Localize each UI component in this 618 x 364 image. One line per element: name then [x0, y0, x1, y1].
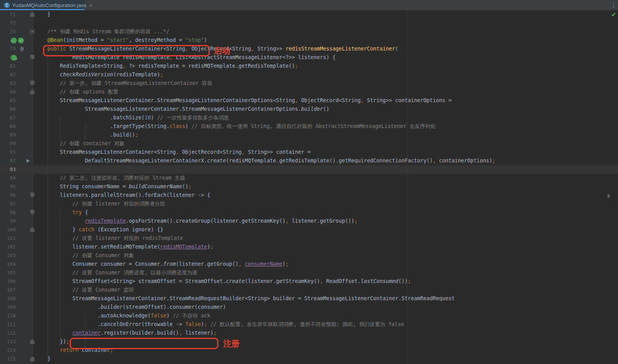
fold-expand-icon[interactable]: + — [30, 29, 34, 34]
code-line[interactable]: 96 listeners.parallelStream().forEach(li… — [0, 191, 618, 200]
code-line[interactable]: 72 — [0, 19, 618, 27]
code-line[interactable]: 105 // 设置 Consumer 消费进度, 以最小消费进度为准 — [0, 268, 618, 277]
fold-marker-icon[interactable] — [30, 227, 34, 232]
gutter-icons: @ — [11, 45, 23, 53]
code-line[interactable]: 115 } — [0, 355, 618, 363]
line-number[interactable]: 73 — [0, 27, 16, 36]
line-number[interactable]: 95 — [0, 182, 16, 191]
code-line[interactable]: 87 .batchSize(10) // 一次性最多拉取多少条消息 — [0, 114, 618, 122]
line-number[interactable]: 84 — [0, 88, 16, 96]
line-number[interactable]: 85 — [0, 96, 16, 105]
line-number[interactable]: 96 — [0, 191, 16, 200]
line-number[interactable]: 105 — [0, 268, 16, 277]
code-line[interactable]: 86 StreamMessageListenerContainer.Stream… — [0, 105, 618, 114]
code-line[interactable]: 84 // 创建 options 配置 — [0, 88, 618, 96]
line-number[interactable]: 86 — [0, 105, 16, 114]
code-line[interactable]: 71 } — [0, 10, 618, 19]
fold-marker-icon[interactable] — [30, 12, 34, 17]
line-number[interactable]: 81 — [0, 62, 16, 70]
tab-close-icon[interactable]: × — [89, 3, 92, 8]
code-line[interactable]: 85 StreamMessageListenerContainer.Stream… — [0, 96, 618, 105]
fold-marker-icon[interactable] — [30, 193, 34, 198]
code-line[interactable]: 78✓ @Bean(initMethod = "start", destroyM… — [0, 36, 618, 45]
fold-marker-icon[interactable] — [30, 339, 34, 344]
code-line[interactable]: 99 redisTemplate.opsForStream().createGr… — [0, 217, 618, 225]
annotation-gutter-icon[interactable]: @ — [20, 45, 23, 53]
code-line[interactable]: 92 DefaultStreamMessageListenerContainer… — [0, 157, 618, 165]
code-line[interactable]: 112 container.register(builder.build(), … — [0, 329, 618, 337]
code-line[interactable]: 98 try { — [0, 208, 618, 217]
code-line[interactable]: 82 checkRedisVersion(redisTemplate); — [0, 70, 618, 79]
line-number[interactable]: 87 — [0, 114, 16, 122]
code-line[interactable]: 104 Consumer consumer = Consumer.from(li… — [0, 260, 618, 268]
spring-bean-dependencies-icon[interactable] — [11, 55, 17, 61]
code-line[interactable]: 93 — [0, 165, 618, 174]
code-line[interactable]: 88 .targetType(String.class) // 目标类型。统一使… — [0, 122, 618, 131]
code-line[interactable]: 73+ /** 创建 Redis Stream 集群消费的容器 ...*/ — [0, 27, 618, 36]
line-number[interactable]: 99 — [0, 217, 16, 225]
line-number[interactable]: 82 — [0, 70, 16, 79]
code-line[interactable]: 106 StreamOffset<String> streamOffset = … — [0, 277, 618, 286]
line-number[interactable]: 72 — [0, 19, 16, 27]
inspections-ok-icon[interactable]: ✔ — [611, 12, 616, 18]
line-number[interactable]: 98 — [0, 208, 16, 217]
line-number[interactable]: 103 — [0, 251, 16, 260]
line-number[interactable]: 83 — [0, 79, 16, 88]
code-line[interactable]: 107 // 设置 Consumer 监听 — [0, 286, 618, 294]
code-line[interactable]: 94 // 第二步, 注册监听器, 消费对应的 Stream 主题 — [0, 174, 618, 182]
code-text: @Bean(initMethod = "start", destroyMetho… — [35, 36, 207, 45]
code-line[interactable]: 102 listener.setRedisMQTemplate(redisMQT… — [0, 243, 618, 251]
line-number[interactable]: 107 — [0, 286, 16, 294]
code-line[interactable]: 110 .autoAcknowledge(false) // 不自动 ack — [0, 312, 618, 320]
line-number[interactable]: 102 — [0, 243, 16, 251]
code-editor[interactable]: 71 }7273+ /** 创建 Redis Stream 集群消费的容器 ..… — [0, 10, 618, 364]
line-number[interactable]: 104 — [0, 260, 16, 268]
code-line[interactable]: 91 StreamMessageListenerContainer<String… — [0, 148, 618, 157]
fold-marker-icon[interactable] — [30, 55, 34, 60]
line-number[interactable]: 109 — [0, 303, 16, 312]
line-number[interactable]: 115 — [0, 355, 16, 363]
line-number[interactable]: 71 — [0, 10, 16, 19]
code-line[interactable]: 101 // 设置 listener 对应的 redisTemplate — [0, 234, 618, 243]
line-number[interactable]: 114 — [0, 346, 16, 355]
line-number[interactable]: 90 — [0, 139, 16, 148]
fold-marker-icon[interactable] — [30, 210, 34, 215]
line-number[interactable]: 92 — [0, 157, 16, 165]
line-number[interactable]: 91 — [0, 148, 16, 157]
tab-options-kebab-icon[interactable]: ⋮ — [611, 1, 616, 9]
line-number[interactable]: 110 — [0, 312, 16, 320]
code-line[interactable]: 108 StreamMessageListenerContainer.Strea… — [0, 294, 618, 303]
code-line[interactable]: 100 } catch (Exception ignore) {} — [0, 225, 618, 234]
scrollbar-mark[interactable] — [607, 194, 610, 198]
line-number[interactable]: 108 — [0, 294, 16, 303]
code-text: /** 创建 Redis Stream 集群消费的容器 ...*/ — [35, 27, 169, 36]
line-number[interactable]: 112 — [0, 329, 16, 337]
line-number[interactable]: 97 — [0, 200, 16, 208]
line-number[interactable]: 88 — [0, 122, 16, 131]
code-line[interactable]: 81 RedisTemplate<String, ?> redisTemplat… — [0, 62, 618, 70]
line-number[interactable]: 101 — [0, 234, 16, 243]
code-line[interactable]: 90 // 创建 container 对象 — [0, 139, 618, 148]
code-line[interactable]: 97 // 创建 listener 对应的消费者分组 — [0, 200, 618, 208]
line-number[interactable]: 89 — [0, 131, 16, 139]
line-number[interactable]: 100 — [0, 225, 16, 234]
fold-marker-icon[interactable] — [30, 356, 34, 361]
line-number[interactable]: 113 — [0, 337, 16, 346]
spring-bean-ok-icon[interactable]: ✓ — [18, 38, 24, 43]
code-text: StreamMessageListenerContainer.StreamMes… — [35, 105, 330, 114]
code-line[interactable]: 83 // 第一步, 创建 StreamMessageListenerConta… — [0, 79, 618, 88]
code-line[interactable]: 109 .builder(streamOffset).consumer(cons… — [0, 303, 618, 312]
code-line[interactable]: 89 .build(); — [0, 131, 618, 139]
line-number[interactable]: 106 — [0, 277, 16, 286]
spring-bean-navigate-icon[interactable] — [11, 38, 17, 43]
code-line[interactable]: 111 .cancelOnError(throwable -> false); … — [0, 320, 618, 329]
code-text: // 创建 listener 对应的消费者分组 — [35, 200, 165, 208]
code-text: // 第二步, 注册监听器, 消费对应的 Stream 主题 — [35, 174, 185, 182]
fold-marker-icon[interactable] — [30, 89, 34, 94]
line-number[interactable]: 111 — [0, 320, 16, 329]
code-line[interactable]: 103 // 创建 Consumer 对象 — [0, 251, 618, 260]
code-line[interactable]: 95 String consumerName = buildConsumerNa… — [0, 182, 618, 191]
line-number[interactable]: 93 — [0, 165, 16, 174]
fold-marker-icon[interactable] — [30, 81, 34, 86]
line-number[interactable]: 94 — [0, 174, 16, 182]
